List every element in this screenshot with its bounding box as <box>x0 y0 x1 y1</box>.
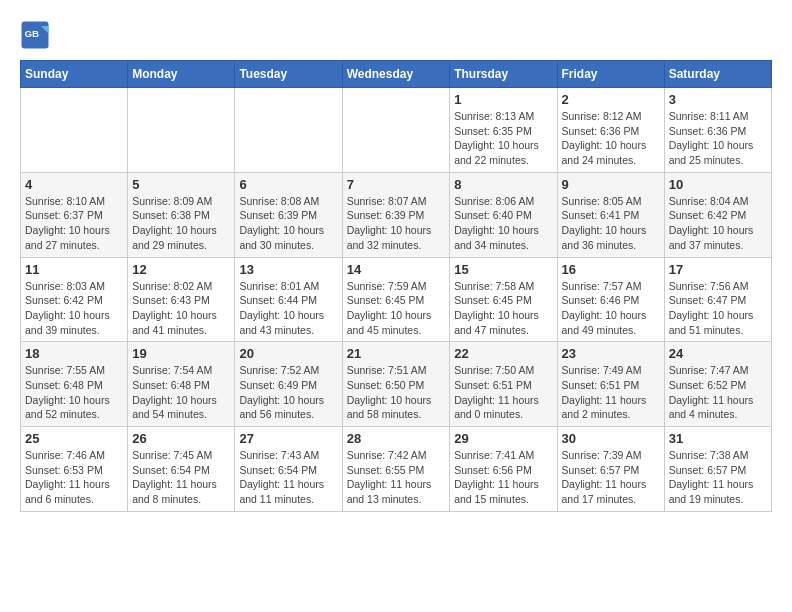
day-number: 4 <box>25 177 123 192</box>
calendar-cell: 10Sunrise: 8:04 AM Sunset: 6:42 PM Dayli… <box>664 172 771 257</box>
day-number: 18 <box>25 346 123 361</box>
calendar-body: 1Sunrise: 8:13 AM Sunset: 6:35 PM Daylig… <box>21 88 772 512</box>
day-number: 14 <box>347 262 446 277</box>
calendar-cell: 27Sunrise: 7:43 AM Sunset: 6:54 PM Dayli… <box>235 427 342 512</box>
day-info: Sunrise: 8:02 AM Sunset: 6:43 PM Dayligh… <box>132 279 230 338</box>
day-number: 6 <box>239 177 337 192</box>
day-number: 17 <box>669 262 767 277</box>
calendar-cell: 15Sunrise: 7:58 AM Sunset: 6:45 PM Dayli… <box>450 257 557 342</box>
calendar-cell <box>235 88 342 173</box>
week-row-2: 11Sunrise: 8:03 AM Sunset: 6:42 PM Dayli… <box>21 257 772 342</box>
day-number: 29 <box>454 431 552 446</box>
day-info: Sunrise: 7:55 AM Sunset: 6:48 PM Dayligh… <box>25 363 123 422</box>
calendar-cell: 7Sunrise: 8:07 AM Sunset: 6:39 PM Daylig… <box>342 172 450 257</box>
day-number: 19 <box>132 346 230 361</box>
calendar-cell: 8Sunrise: 8:06 AM Sunset: 6:40 PM Daylig… <box>450 172 557 257</box>
day-info: Sunrise: 8:11 AM Sunset: 6:36 PM Dayligh… <box>669 109 767 168</box>
calendar-cell: 22Sunrise: 7:50 AM Sunset: 6:51 PM Dayli… <box>450 342 557 427</box>
day-info: Sunrise: 7:52 AM Sunset: 6:49 PM Dayligh… <box>239 363 337 422</box>
day-info: Sunrise: 7:38 AM Sunset: 6:57 PM Dayligh… <box>669 448 767 507</box>
day-number: 2 <box>562 92 660 107</box>
calendar-cell: 23Sunrise: 7:49 AM Sunset: 6:51 PM Dayli… <box>557 342 664 427</box>
day-info: Sunrise: 7:50 AM Sunset: 6:51 PM Dayligh… <box>454 363 552 422</box>
calendar-cell: 18Sunrise: 7:55 AM Sunset: 6:48 PM Dayli… <box>21 342 128 427</box>
calendar-cell: 29Sunrise: 7:41 AM Sunset: 6:56 PM Dayli… <box>450 427 557 512</box>
calendar-cell: 17Sunrise: 7:56 AM Sunset: 6:47 PM Dayli… <box>664 257 771 342</box>
header-saturday: Saturday <box>664 61 771 88</box>
day-number: 25 <box>25 431 123 446</box>
week-row-1: 4Sunrise: 8:10 AM Sunset: 6:37 PM Daylig… <box>21 172 772 257</box>
day-number: 9 <box>562 177 660 192</box>
day-number: 26 <box>132 431 230 446</box>
day-number: 13 <box>239 262 337 277</box>
day-info: Sunrise: 7:45 AM Sunset: 6:54 PM Dayligh… <box>132 448 230 507</box>
calendar-cell: 4Sunrise: 8:10 AM Sunset: 6:37 PM Daylig… <box>21 172 128 257</box>
calendar-cell: 25Sunrise: 7:46 AM Sunset: 6:53 PM Dayli… <box>21 427 128 512</box>
day-number: 12 <box>132 262 230 277</box>
header-monday: Monday <box>128 61 235 88</box>
day-number: 22 <box>454 346 552 361</box>
day-info: Sunrise: 8:13 AM Sunset: 6:35 PM Dayligh… <box>454 109 552 168</box>
day-number: 16 <box>562 262 660 277</box>
day-info: Sunrise: 8:10 AM Sunset: 6:37 PM Dayligh… <box>25 194 123 253</box>
logo: GB <box>20 20 54 50</box>
day-number: 24 <box>669 346 767 361</box>
header-thursday: Thursday <box>450 61 557 88</box>
calendar-cell <box>342 88 450 173</box>
day-number: 23 <box>562 346 660 361</box>
day-info: Sunrise: 7:42 AM Sunset: 6:55 PM Dayligh… <box>347 448 446 507</box>
day-number: 5 <box>132 177 230 192</box>
day-number: 11 <box>25 262 123 277</box>
day-info: Sunrise: 7:41 AM Sunset: 6:56 PM Dayligh… <box>454 448 552 507</box>
day-number: 27 <box>239 431 337 446</box>
day-number: 3 <box>669 92 767 107</box>
day-info: Sunrise: 7:56 AM Sunset: 6:47 PM Dayligh… <box>669 279 767 338</box>
day-info: Sunrise: 8:06 AM Sunset: 6:40 PM Dayligh… <box>454 194 552 253</box>
header-tuesday: Tuesday <box>235 61 342 88</box>
week-row-0: 1Sunrise: 8:13 AM Sunset: 6:35 PM Daylig… <box>21 88 772 173</box>
calendar-cell <box>128 88 235 173</box>
calendar-cell: 19Sunrise: 7:54 AM Sunset: 6:48 PM Dayli… <box>128 342 235 427</box>
week-row-4: 25Sunrise: 7:46 AM Sunset: 6:53 PM Dayli… <box>21 427 772 512</box>
calendar-cell: 14Sunrise: 7:59 AM Sunset: 6:45 PM Dayli… <box>342 257 450 342</box>
day-info: Sunrise: 7:54 AM Sunset: 6:48 PM Dayligh… <box>132 363 230 422</box>
day-info: Sunrise: 7:58 AM Sunset: 6:45 PM Dayligh… <box>454 279 552 338</box>
calendar-cell: 1Sunrise: 8:13 AM Sunset: 6:35 PM Daylig… <box>450 88 557 173</box>
calendar-table: SundayMondayTuesdayWednesdayThursdayFrid… <box>20 60 772 512</box>
day-info: Sunrise: 8:09 AM Sunset: 6:38 PM Dayligh… <box>132 194 230 253</box>
day-info: Sunrise: 8:12 AM Sunset: 6:36 PM Dayligh… <box>562 109 660 168</box>
header-wednesday: Wednesday <box>342 61 450 88</box>
day-info: Sunrise: 8:07 AM Sunset: 6:39 PM Dayligh… <box>347 194 446 253</box>
day-number: 21 <box>347 346 446 361</box>
calendar-cell: 12Sunrise: 8:02 AM Sunset: 6:43 PM Dayli… <box>128 257 235 342</box>
day-info: Sunrise: 7:39 AM Sunset: 6:57 PM Dayligh… <box>562 448 660 507</box>
calendar-cell: 26Sunrise: 7:45 AM Sunset: 6:54 PM Dayli… <box>128 427 235 512</box>
day-info: Sunrise: 7:46 AM Sunset: 6:53 PM Dayligh… <box>25 448 123 507</box>
calendar-cell: 13Sunrise: 8:01 AM Sunset: 6:44 PM Dayli… <box>235 257 342 342</box>
calendar-cell: 28Sunrise: 7:42 AM Sunset: 6:55 PM Dayli… <box>342 427 450 512</box>
calendar-cell: 11Sunrise: 8:03 AM Sunset: 6:42 PM Dayli… <box>21 257 128 342</box>
calendar-cell <box>21 88 128 173</box>
header-friday: Friday <box>557 61 664 88</box>
day-number: 10 <box>669 177 767 192</box>
day-number: 20 <box>239 346 337 361</box>
calendar-cell: 21Sunrise: 7:51 AM Sunset: 6:50 PM Dayli… <box>342 342 450 427</box>
calendar-cell: 5Sunrise: 8:09 AM Sunset: 6:38 PM Daylig… <box>128 172 235 257</box>
calendar-cell: 16Sunrise: 7:57 AM Sunset: 6:46 PM Dayli… <box>557 257 664 342</box>
calendar-cell: 9Sunrise: 8:05 AM Sunset: 6:41 PM Daylig… <box>557 172 664 257</box>
day-info: Sunrise: 7:43 AM Sunset: 6:54 PM Dayligh… <box>239 448 337 507</box>
header-sunday: Sunday <box>21 61 128 88</box>
day-info: Sunrise: 8:04 AM Sunset: 6:42 PM Dayligh… <box>669 194 767 253</box>
day-info: Sunrise: 8:01 AM Sunset: 6:44 PM Dayligh… <box>239 279 337 338</box>
day-info: Sunrise: 7:51 AM Sunset: 6:50 PM Dayligh… <box>347 363 446 422</box>
day-info: Sunrise: 7:49 AM Sunset: 6:51 PM Dayligh… <box>562 363 660 422</box>
day-number: 28 <box>347 431 446 446</box>
day-info: Sunrise: 8:05 AM Sunset: 6:41 PM Dayligh… <box>562 194 660 253</box>
day-number: 15 <box>454 262 552 277</box>
calendar-cell: 20Sunrise: 7:52 AM Sunset: 6:49 PM Dayli… <box>235 342 342 427</box>
calendar-cell: 3Sunrise: 8:11 AM Sunset: 6:36 PM Daylig… <box>664 88 771 173</box>
calendar-cell: 6Sunrise: 8:08 AM Sunset: 6:39 PM Daylig… <box>235 172 342 257</box>
logo-icon: GB <box>20 20 50 50</box>
week-row-3: 18Sunrise: 7:55 AM Sunset: 6:48 PM Dayli… <box>21 342 772 427</box>
day-number: 1 <box>454 92 552 107</box>
